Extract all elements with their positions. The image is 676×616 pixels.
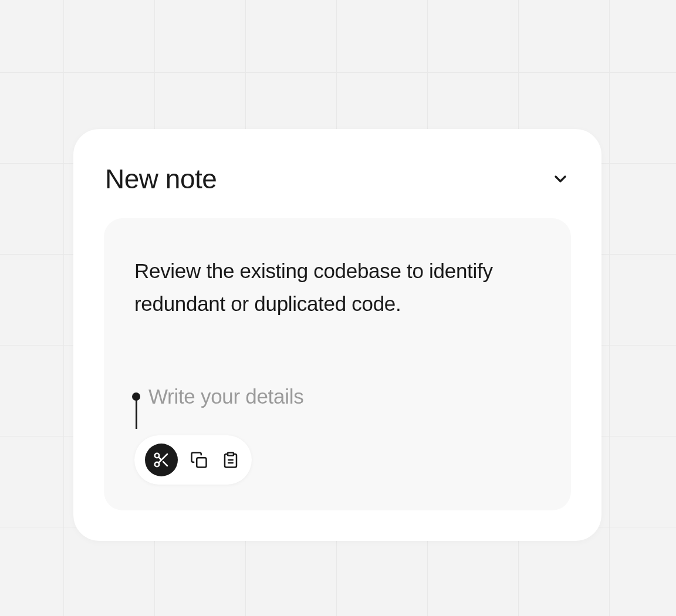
- scissors-icon: [153, 451, 170, 469]
- cut-button[interactable]: [145, 444, 178, 476]
- note-text[interactable]: Review the existing codebase to identify…: [134, 255, 540, 320]
- collapse-toggle[interactable]: [551, 170, 570, 188]
- paste-button[interactable]: [220, 449, 241, 471]
- chevron-down-icon: [551, 170, 570, 188]
- text-cursor-icon: [132, 392, 140, 401]
- details-placeholder: Write your details: [148, 385, 303, 408]
- card-header: New note: [104, 163, 571, 195]
- copy-icon: [190, 451, 208, 469]
- svg-rect-6: [228, 453, 234, 456]
- details-input[interactable]: Write your details: [134, 385, 540, 408]
- note-body: Review the existing codebase to identify…: [104, 218, 571, 510]
- svg-line-4: [158, 457, 161, 460]
- card-title: New note: [105, 163, 217, 195]
- clipboard-icon: [222, 451, 239, 469]
- svg-line-3: [163, 462, 167, 466]
- edit-toolbar: [134, 435, 252, 485]
- svg-rect-5: [197, 458, 206, 467]
- copy-button[interactable]: [188, 449, 209, 471]
- note-card: New note Review the existing codebase to…: [73, 129, 601, 541]
